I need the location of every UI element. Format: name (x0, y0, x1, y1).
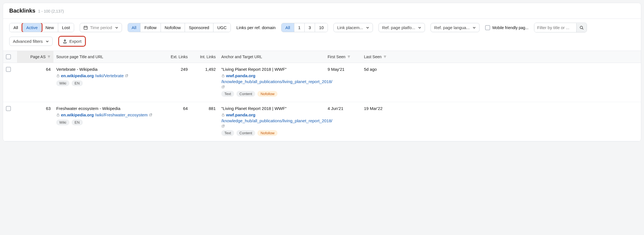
chevron-down-icon (46, 40, 49, 43)
svg-point-4 (580, 26, 583, 29)
sort-icon (383, 55, 387, 58)
upload-icon (63, 39, 67, 44)
anchor-tag: Text (221, 130, 234, 136)
status-seg-option-all[interactable]: All (10, 23, 22, 32)
table-row: 63 Freshwater ecosystem - Wikipedia en.w… (3, 102, 641, 141)
column-anchor[interactable]: Anchor and Target URL (218, 51, 325, 63)
link-placement-dropdown[interactable]: Link placem... (333, 23, 373, 32)
search-input[interactable] (534, 23, 576, 32)
page-as-value: 64 (17, 67, 53, 97)
title-url-search (534, 23, 587, 32)
lpd-seg-option-10[interactable]: 10 (315, 23, 328, 32)
linktype-seg-option-follow[interactable]: Follow (140, 23, 161, 32)
ref-page-language-dropdown[interactable]: Ref. page langua... (431, 23, 480, 32)
source-url[interactable]: en.wikipedia.org/wiki/Freshwater_ecosyst… (56, 112, 160, 117)
ext-links-value: 249 (163, 67, 191, 97)
filter-toolbar: AllActiveNewLost Time period AllFollowNo… (3, 19, 641, 51)
export-highlight: Export (58, 36, 86, 47)
lpd-seg-option-1[interactable]: 1 (294, 23, 305, 32)
last-seen-value: 5d ago (361, 67, 398, 97)
target-url[interactable]: wwf.panda.org/knowledge_hub/all_publicat… (221, 73, 322, 89)
linktype-seg-option-all[interactable]: All (128, 23, 141, 32)
lpd-seg-option-all[interactable]: All (281, 23, 294, 32)
svg-rect-18 (222, 115, 224, 116)
target-url[interactable]: wwf.panda.org/knowledge_hub/all_publicat… (221, 112, 322, 128)
lock-icon (56, 74, 60, 77)
lock-icon (221, 74, 225, 77)
table-row: 64 Vertebrate - Wikipedia en.wikipedia.o… (3, 63, 641, 102)
row-checkbox[interactable] (3, 67, 17, 97)
checkbox-icon (6, 67, 11, 72)
checkbox-icon (6, 106, 11, 111)
chevron-down-icon (115, 26, 118, 29)
status-seg-option-new[interactable]: New (42, 23, 58, 32)
panel-range: 1 - 100 (2,137) (38, 9, 64, 13)
svg-rect-15 (57, 76, 59, 77)
links-per-domain-filter: All1310 (281, 23, 328, 32)
source-title: Freshwater ecosystem - Wikipedia (56, 106, 160, 111)
status-seg-option-active[interactable]: Active (22, 23, 42, 32)
anchor-tag: Nofollow (257, 130, 278, 136)
status-seg-option-lost[interactable]: Lost (58, 23, 74, 32)
chevron-down-icon (473, 26, 476, 29)
advanced-filters-dropdown[interactable]: Advanced filters (9, 37, 53, 46)
external-link-icon[interactable] (149, 113, 152, 117)
anchor-tag: Text (221, 91, 234, 97)
sort-icon (47, 55, 51, 58)
lpd-seg-option-3[interactable]: 3 (305, 23, 315, 32)
external-link-icon[interactable] (221, 124, 225, 128)
links-per-domain-label: Links per ref. domain (236, 25, 276, 30)
anchor-tags: TextContentNofollow (221, 91, 322, 97)
linktype-seg-option-sponsored[interactable]: Sponsored (185, 23, 213, 32)
source-tag: EN (72, 119, 83, 125)
search-button[interactable] (576, 23, 587, 32)
column-first-seen[interactable]: First Seen (325, 51, 361, 63)
anchor-cell: "Living Planet Report 2018 | WWF" wwf.pa… (218, 67, 325, 97)
chevron-down-icon (418, 26, 421, 29)
svg-rect-16 (222, 76, 224, 77)
anchor-text: "Living Planet Report 2018 | WWF" (221, 67, 322, 72)
row-checkbox[interactable] (3, 106, 17, 136)
source-tags: WikiEN (56, 119, 160, 125)
external-link-icon[interactable] (221, 85, 225, 89)
column-select-all[interactable] (3, 51, 17, 63)
source-tag: Wiki (56, 80, 69, 86)
ref-page-platform-dropdown[interactable]: Ref. page platfo... (379, 23, 425, 32)
time-period-dropdown[interactable]: Time period (80, 23, 122, 32)
external-link-icon[interactable] (125, 74, 128, 77)
column-page-as[interactable]: Page AS (17, 51, 53, 63)
column-ext-links[interactable]: Ext. Links (163, 51, 191, 63)
checkbox-icon (485, 25, 490, 30)
ext-links-value: 64 (163, 106, 191, 136)
anchor-tag: Content (236, 130, 255, 136)
column-source[interactable]: Source page Title and URL (53, 51, 163, 63)
svg-rect-0 (84, 26, 87, 29)
source-tag: EN (72, 80, 83, 86)
search-icon (579, 25, 584, 30)
page-as-value: 63 (17, 106, 53, 136)
anchor-tag: Content (236, 91, 255, 97)
panel-title: Backlinks (9, 8, 35, 14)
linktype-seg-option-nofollow[interactable]: Nofollow (161, 23, 185, 32)
anchor-tag: Nofollow (257, 91, 278, 97)
mobile-friendly-checkbox[interactable]: Mobile friendly pag... (485, 25, 528, 30)
sort-icon (347, 55, 351, 58)
table-body: 64 Vertebrate - Wikipedia en.wikipedia.o… (3, 63, 641, 141)
int-links-value: 881 (191, 106, 218, 136)
svg-rect-17 (57, 115, 59, 116)
source-url[interactable]: en.wikipedia.org/wiki/Vertebrate (56, 73, 160, 78)
column-last-seen[interactable]: Last Seen (361, 51, 398, 63)
panel-header: Backlinks 1 - 100 (2,137) (3, 3, 641, 19)
linktype-seg-option-ugc[interactable]: UGC (213, 23, 231, 32)
first-seen-value: 4 Jun'21 (325, 106, 361, 136)
anchor-tags: TextContentNofollow (221, 130, 322, 136)
highlight-active: Active (22, 23, 43, 32)
last-seen-value: 19 Mar'22 (361, 106, 398, 136)
source-cell: Vertebrate - Wikipedia en.wikipedia.org/… (53, 67, 163, 97)
checkbox-icon (6, 54, 11, 59)
column-int-links[interactable]: Int. Links (191, 51, 218, 63)
export-button[interactable]: Export (59, 37, 85, 46)
anchor-cell: "Living Planet Report 2018 | WWF" wwf.pa… (218, 106, 325, 136)
table-header: Page AS Source page Title and URL Ext. L… (3, 51, 641, 63)
lock-icon (56, 113, 60, 117)
